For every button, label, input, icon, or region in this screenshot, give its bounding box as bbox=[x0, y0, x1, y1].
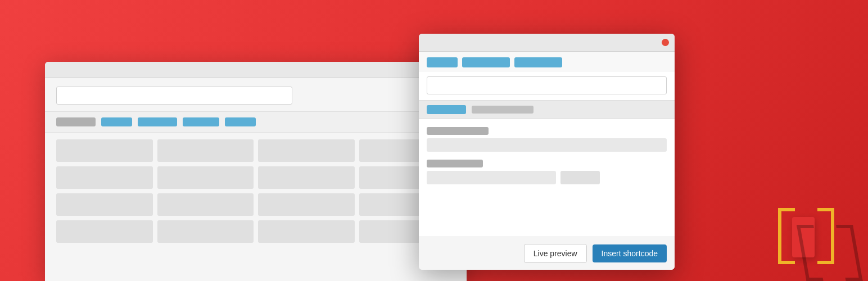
field-label-2 bbox=[427, 160, 483, 167]
grid-cell bbox=[157, 193, 254, 216]
bracket-icon bbox=[778, 208, 834, 264]
modal-subtabs bbox=[419, 100, 675, 119]
modal-tab-0[interactable] bbox=[427, 57, 458, 67]
modal-tabs-row bbox=[419, 52, 675, 72]
modal-content bbox=[419, 119, 675, 237]
grid-cell bbox=[56, 193, 153, 216]
field-input-1[interactable] bbox=[427, 138, 667, 152]
bg-window-search-area bbox=[45, 78, 467, 111]
grid-cell bbox=[56, 166, 153, 189]
grid-cell bbox=[56, 139, 153, 162]
grid-cell bbox=[56, 220, 153, 243]
shortcode-modal: Live preview Insert shortcode bbox=[419, 34, 675, 270]
background-window bbox=[45, 62, 467, 281]
bg-window-titlebar bbox=[45, 62, 467, 78]
modal-search-area bbox=[419, 72, 675, 100]
bg-search-box[interactable] bbox=[56, 87, 292, 105]
grid-cell bbox=[258, 193, 355, 216]
live-preview-button[interactable]: Live preview bbox=[524, 244, 587, 263]
modal-tab-2[interactable] bbox=[514, 57, 562, 67]
grid-cell bbox=[157, 220, 254, 243]
bracket-left bbox=[778, 208, 795, 264]
bg-window-tabs bbox=[45, 111, 467, 133]
modal-subtab-inactive[interactable] bbox=[472, 106, 534, 114]
bg-tab-3[interactable] bbox=[183, 117, 219, 126]
bg-window-grid bbox=[45, 133, 467, 250]
modal-footer: Live preview Insert shortcode bbox=[419, 237, 675, 270]
field-group-2 bbox=[427, 160, 667, 184]
grid-cell bbox=[258, 220, 355, 243]
field-row-with-button bbox=[427, 171, 667, 184]
grid-cell bbox=[157, 166, 254, 189]
bg-tab-1[interactable] bbox=[101, 117, 132, 126]
close-button[interactable] bbox=[662, 39, 669, 46]
modal-titlebar bbox=[419, 34, 675, 52]
field-input-button[interactable] bbox=[560, 171, 600, 184]
bg-tab-0[interactable] bbox=[56, 117, 96, 126]
modal-tab-1[interactable] bbox=[462, 57, 510, 67]
field-input-2[interactable] bbox=[427, 171, 556, 184]
field-label-1 bbox=[427, 127, 489, 135]
modal-subtab-active[interactable] bbox=[427, 105, 466, 114]
modal-search-input[interactable] bbox=[427, 76, 667, 94]
bracket-right bbox=[817, 208, 834, 264]
bg-tab-4[interactable] bbox=[225, 117, 256, 126]
bg-tab-2[interactable] bbox=[138, 117, 177, 126]
grid-cell bbox=[157, 139, 254, 162]
field-group-1 bbox=[427, 127, 667, 152]
grid-cell bbox=[258, 139, 355, 162]
grid-cell bbox=[258, 166, 355, 189]
insert-shortcode-button[interactable]: Insert shortcode bbox=[593, 244, 667, 262]
